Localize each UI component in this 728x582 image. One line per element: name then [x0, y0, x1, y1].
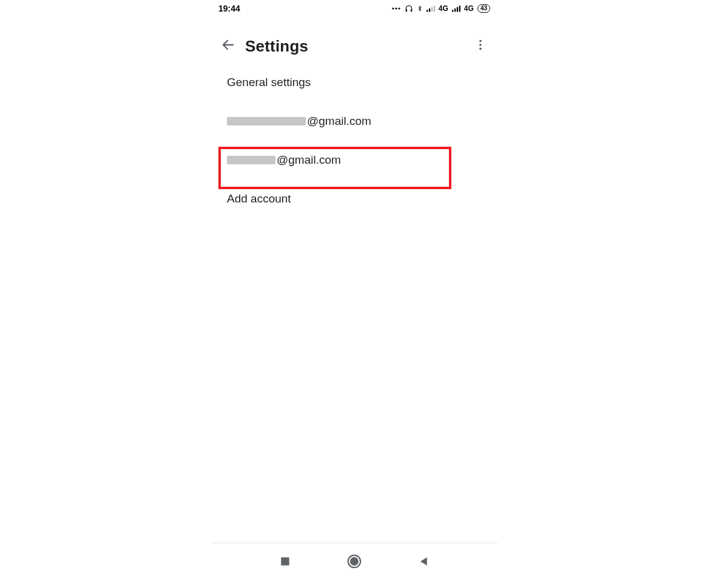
system-nav-bar — [211, 543, 497, 582]
svg-point-0 — [392, 7, 394, 9]
status-bar: 19:44 4G 4G 43 — [211, 0, 497, 17]
signal-1-icon — [426, 5, 435, 12]
add-account-label: Add account — [227, 192, 291, 206]
svg-point-1 — [395, 7, 397, 9]
back-button[interactable] — [216, 34, 240, 58]
app-bar: Settings — [211, 29, 497, 63]
phone-frame: 19:44 4G 4G 43 — [211, 0, 497, 582]
add-account-item[interactable]: Add account — [227, 179, 490, 218]
svg-rect-12 — [459, 5, 460, 12]
network-2-label: 4G — [464, 4, 474, 13]
account-item-2[interactable]: @gmail.com — [227, 141, 490, 179]
page-title: Settings — [245, 37, 468, 56]
svg-point-19 — [350, 557, 359, 566]
account-item-1[interactable]: @gmail.com — [227, 102, 490, 141]
account-1-domain: @gmail.com — [307, 115, 371, 128]
svg-rect-11 — [457, 7, 458, 12]
home-button[interactable] — [346, 555, 362, 570]
status-icons: 4G 4G 43 — [391, 4, 490, 13]
arrow-left-icon — [221, 38, 235, 55]
svg-rect-10 — [454, 8, 456, 12]
battery-indicator: 43 — [477, 4, 490, 13]
circle-icon — [346, 554, 362, 572]
svg-rect-17 — [281, 557, 289, 565]
recent-apps-button[interactable] — [277, 555, 293, 570]
svg-rect-3 — [406, 9, 407, 12]
svg-rect-9 — [452, 10, 453, 12]
triangle-left-icon — [417, 555, 430, 570]
settings-list: General settings @gmail.com @gmail.com A… — [211, 63, 497, 218]
headphones-icon — [405, 4, 413, 13]
svg-point-14 — [479, 40, 482, 42]
redacted-text — [227, 117, 306, 125]
svg-rect-8 — [434, 5, 435, 12]
svg-point-2 — [398, 7, 400, 9]
svg-rect-7 — [431, 7, 433, 12]
general-settings-item[interactable]: General settings — [227, 63, 490, 102]
more-vert-icon — [474, 38, 487, 54]
network-1-label: 4G — [439, 4, 448, 13]
redacted-text — [227, 156, 275, 164]
more-icon — [391, 5, 401, 12]
svg-rect-4 — [411, 9, 412, 12]
general-settings-label: General settings — [227, 76, 311, 89]
svg-point-16 — [479, 48, 482, 50]
svg-point-15 — [479, 44, 482, 46]
svg-rect-5 — [426, 10, 428, 12]
svg-rect-6 — [429, 8, 430, 12]
system-back-button[interactable] — [416, 555, 431, 570]
account-2-domain: @gmail.com — [277, 153, 341, 167]
signal-2-icon — [452, 5, 460, 12]
status-time: 19:44 — [218, 4, 240, 13]
overflow-menu-button[interactable] — [468, 34, 493, 58]
bluetooth-icon — [417, 4, 423, 13]
square-icon — [279, 555, 291, 570]
